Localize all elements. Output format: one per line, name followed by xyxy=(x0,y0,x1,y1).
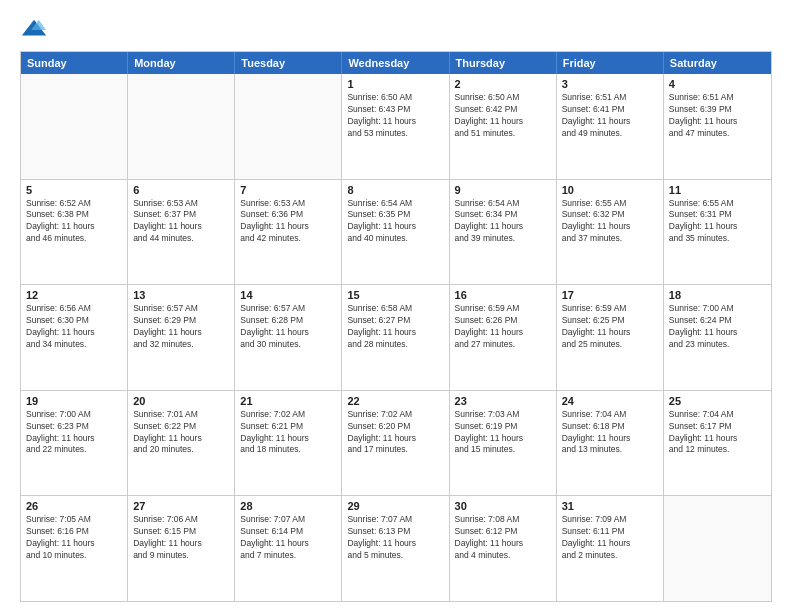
day-info: Sunrise: 6:59 AM Sunset: 6:26 PM Dayligh… xyxy=(455,303,551,351)
day-number: 15 xyxy=(347,289,443,301)
calendar-cell-23: 23Sunrise: 7:03 AM Sunset: 6:19 PM Dayli… xyxy=(450,391,557,496)
day-info: Sunrise: 7:08 AM Sunset: 6:12 PM Dayligh… xyxy=(455,514,551,562)
day-number: 14 xyxy=(240,289,336,301)
day-info: Sunrise: 6:55 AM Sunset: 6:32 PM Dayligh… xyxy=(562,198,658,246)
calendar-cell-15: 15Sunrise: 6:58 AM Sunset: 6:27 PM Dayli… xyxy=(342,285,449,390)
day-number: 3 xyxy=(562,78,658,90)
calendar-header: SundayMondayTuesdayWednesdayThursdayFrid… xyxy=(21,52,771,74)
day-number: 4 xyxy=(669,78,766,90)
day-number: 6 xyxy=(133,184,229,196)
day-number: 26 xyxy=(26,500,122,512)
calendar-cell-22: 22Sunrise: 7:02 AM Sunset: 6:20 PM Dayli… xyxy=(342,391,449,496)
day-info: Sunrise: 7:01 AM Sunset: 6:22 PM Dayligh… xyxy=(133,409,229,457)
header-day-wednesday: Wednesday xyxy=(342,52,449,74)
day-number: 27 xyxy=(133,500,229,512)
calendar-row-0: 1Sunrise: 6:50 AM Sunset: 6:43 PM Daylig… xyxy=(21,74,771,180)
calendar-cell-24: 24Sunrise: 7:04 AM Sunset: 6:18 PM Dayli… xyxy=(557,391,664,496)
day-info: Sunrise: 7:02 AM Sunset: 6:21 PM Dayligh… xyxy=(240,409,336,457)
calendar-row-4: 26Sunrise: 7:05 AM Sunset: 6:16 PM Dayli… xyxy=(21,496,771,601)
logo-icon xyxy=(20,15,48,43)
calendar-cell-9: 9Sunrise: 6:54 AM Sunset: 6:34 PM Daylig… xyxy=(450,180,557,285)
day-number: 20 xyxy=(133,395,229,407)
header-day-sunday: Sunday xyxy=(21,52,128,74)
calendar-cell-6: 6Sunrise: 6:53 AM Sunset: 6:37 PM Daylig… xyxy=(128,180,235,285)
calendar-cell-29: 29Sunrise: 7:07 AM Sunset: 6:13 PM Dayli… xyxy=(342,496,449,601)
calendar-cell-28: 28Sunrise: 7:07 AM Sunset: 6:14 PM Dayli… xyxy=(235,496,342,601)
calendar-cell-27: 27Sunrise: 7:06 AM Sunset: 6:15 PM Dayli… xyxy=(128,496,235,601)
day-number: 19 xyxy=(26,395,122,407)
day-info: Sunrise: 7:03 AM Sunset: 6:19 PM Dayligh… xyxy=(455,409,551,457)
day-info: Sunrise: 6:53 AM Sunset: 6:36 PM Dayligh… xyxy=(240,198,336,246)
calendar-cell-2: 2Sunrise: 6:50 AM Sunset: 6:42 PM Daylig… xyxy=(450,74,557,179)
calendar-cell-20: 20Sunrise: 7:01 AM Sunset: 6:22 PM Dayli… xyxy=(128,391,235,496)
calendar-cell-3: 3Sunrise: 6:51 AM Sunset: 6:41 PM Daylig… xyxy=(557,74,664,179)
calendar-cell-18: 18Sunrise: 7:00 AM Sunset: 6:24 PM Dayli… xyxy=(664,285,771,390)
day-info: Sunrise: 6:59 AM Sunset: 6:25 PM Dayligh… xyxy=(562,303,658,351)
day-info: Sunrise: 7:02 AM Sunset: 6:20 PM Dayligh… xyxy=(347,409,443,457)
calendar-row-3: 19Sunrise: 7:00 AM Sunset: 6:23 PM Dayli… xyxy=(21,391,771,497)
day-number: 9 xyxy=(455,184,551,196)
day-info: Sunrise: 6:52 AM Sunset: 6:38 PM Dayligh… xyxy=(26,198,122,246)
day-info: Sunrise: 6:56 AM Sunset: 6:30 PM Dayligh… xyxy=(26,303,122,351)
day-number: 30 xyxy=(455,500,551,512)
day-info: Sunrise: 6:57 AM Sunset: 6:29 PM Dayligh… xyxy=(133,303,229,351)
calendar: SundayMondayTuesdayWednesdayThursdayFrid… xyxy=(20,51,772,602)
day-info: Sunrise: 6:57 AM Sunset: 6:28 PM Dayligh… xyxy=(240,303,336,351)
day-info: Sunrise: 6:54 AM Sunset: 6:34 PM Dayligh… xyxy=(455,198,551,246)
calendar-cell-8: 8Sunrise: 6:54 AM Sunset: 6:35 PM Daylig… xyxy=(342,180,449,285)
day-number: 13 xyxy=(133,289,229,301)
day-number: 2 xyxy=(455,78,551,90)
calendar-cell-26: 26Sunrise: 7:05 AM Sunset: 6:16 PM Dayli… xyxy=(21,496,128,601)
calendar-body: 1Sunrise: 6:50 AM Sunset: 6:43 PM Daylig… xyxy=(21,74,771,601)
day-info: Sunrise: 6:50 AM Sunset: 6:42 PM Dayligh… xyxy=(455,92,551,140)
calendar-row-2: 12Sunrise: 6:56 AM Sunset: 6:30 PM Dayli… xyxy=(21,285,771,391)
day-number: 18 xyxy=(669,289,766,301)
day-info: Sunrise: 6:53 AM Sunset: 6:37 PM Dayligh… xyxy=(133,198,229,246)
header-day-tuesday: Tuesday xyxy=(235,52,342,74)
day-info: Sunrise: 7:09 AM Sunset: 6:11 PM Dayligh… xyxy=(562,514,658,562)
day-info: Sunrise: 7:04 AM Sunset: 6:18 PM Dayligh… xyxy=(562,409,658,457)
day-info: Sunrise: 7:06 AM Sunset: 6:15 PM Dayligh… xyxy=(133,514,229,562)
day-info: Sunrise: 6:55 AM Sunset: 6:31 PM Dayligh… xyxy=(669,198,766,246)
calendar-cell-21: 21Sunrise: 7:02 AM Sunset: 6:21 PM Dayli… xyxy=(235,391,342,496)
logo xyxy=(20,15,52,43)
calendar-cell-5: 5Sunrise: 6:52 AM Sunset: 6:38 PM Daylig… xyxy=(21,180,128,285)
calendar-cell-1: 1Sunrise: 6:50 AM Sunset: 6:43 PM Daylig… xyxy=(342,74,449,179)
day-info: Sunrise: 7:04 AM Sunset: 6:17 PM Dayligh… xyxy=(669,409,766,457)
day-number: 21 xyxy=(240,395,336,407)
header-day-friday: Friday xyxy=(557,52,664,74)
header-day-monday: Monday xyxy=(128,52,235,74)
header-day-saturday: Saturday xyxy=(664,52,771,74)
calendar-cell-25: 25Sunrise: 7:04 AM Sunset: 6:17 PM Dayli… xyxy=(664,391,771,496)
day-number: 25 xyxy=(669,395,766,407)
day-number: 11 xyxy=(669,184,766,196)
day-number: 1 xyxy=(347,78,443,90)
calendar-cell-14: 14Sunrise: 6:57 AM Sunset: 6:28 PM Dayli… xyxy=(235,285,342,390)
day-info: Sunrise: 6:51 AM Sunset: 6:41 PM Dayligh… xyxy=(562,92,658,140)
day-number: 16 xyxy=(455,289,551,301)
calendar-cell-4: 4Sunrise: 6:51 AM Sunset: 6:39 PM Daylig… xyxy=(664,74,771,179)
calendar-cell-empty-0-1 xyxy=(128,74,235,179)
day-number: 23 xyxy=(455,395,551,407)
day-info: Sunrise: 7:07 AM Sunset: 6:14 PM Dayligh… xyxy=(240,514,336,562)
calendar-cell-17: 17Sunrise: 6:59 AM Sunset: 6:25 PM Dayli… xyxy=(557,285,664,390)
calendar-cell-30: 30Sunrise: 7:08 AM Sunset: 6:12 PM Dayli… xyxy=(450,496,557,601)
calendar-cell-16: 16Sunrise: 6:59 AM Sunset: 6:26 PM Dayli… xyxy=(450,285,557,390)
day-info: Sunrise: 7:00 AM Sunset: 6:23 PM Dayligh… xyxy=(26,409,122,457)
calendar-cell-13: 13Sunrise: 6:57 AM Sunset: 6:29 PM Dayli… xyxy=(128,285,235,390)
calendar-cell-7: 7Sunrise: 6:53 AM Sunset: 6:36 PM Daylig… xyxy=(235,180,342,285)
calendar-cell-10: 10Sunrise: 6:55 AM Sunset: 6:32 PM Dayli… xyxy=(557,180,664,285)
day-info: Sunrise: 6:51 AM Sunset: 6:39 PM Dayligh… xyxy=(669,92,766,140)
day-info: Sunrise: 7:07 AM Sunset: 6:13 PM Dayligh… xyxy=(347,514,443,562)
day-info: Sunrise: 6:50 AM Sunset: 6:43 PM Dayligh… xyxy=(347,92,443,140)
day-number: 24 xyxy=(562,395,658,407)
day-info: Sunrise: 6:58 AM Sunset: 6:27 PM Dayligh… xyxy=(347,303,443,351)
header xyxy=(20,15,772,43)
day-number: 7 xyxy=(240,184,336,196)
day-number: 22 xyxy=(347,395,443,407)
day-info: Sunrise: 7:00 AM Sunset: 6:24 PM Dayligh… xyxy=(669,303,766,351)
day-number: 8 xyxy=(347,184,443,196)
calendar-cell-31: 31Sunrise: 7:09 AM Sunset: 6:11 PM Dayli… xyxy=(557,496,664,601)
page: SundayMondayTuesdayWednesdayThursdayFrid… xyxy=(0,0,792,612)
day-number: 28 xyxy=(240,500,336,512)
